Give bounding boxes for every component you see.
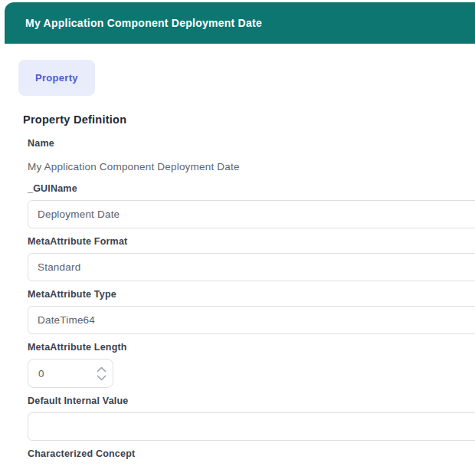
characterized-concept-label: Characterized Concept [28,448,475,459]
spinner-down-button[interactable] [96,374,106,381]
spinner-up-button[interactable] [96,366,106,373]
tab-property[interactable]: Property [18,60,95,96]
section-title: Property Definition [23,113,475,126]
metaattribute-format-input[interactable] [28,253,475,281]
guiname-input[interactable] [28,200,475,228]
metaattribute-type-input[interactable] [28,306,475,334]
default-internal-value-label: Default Internal Value [28,396,475,406]
chevron-down-icon [97,375,106,381]
metaattribute-length-input[interactable] [28,359,84,387]
window-titlebar: My Application Component Deployment Date [5,2,475,44]
metaattribute-length-label: MetaAttribute Length [28,342,475,353]
property-definition-form: Name My Application Component Deployment… [28,138,475,459]
spinner-buttons [96,366,106,381]
metaattribute-type-label: MetaAttribute Type [28,289,475,300]
metaattribute-format-label: MetaAttribute Format [28,236,475,247]
guiname-field-label: _GUIName [28,183,475,194]
chevron-up-icon [97,366,106,373]
page-title: My Application Component Deployment Date [25,17,262,29]
default-internal-value-input[interactable] [28,412,475,441]
metaattribute-length-spinner [28,359,113,388]
name-field-value: My Application Component Deployment Date [28,161,475,172]
tab-bar: Property [18,60,475,96]
name-field-label: Name [28,138,475,149]
